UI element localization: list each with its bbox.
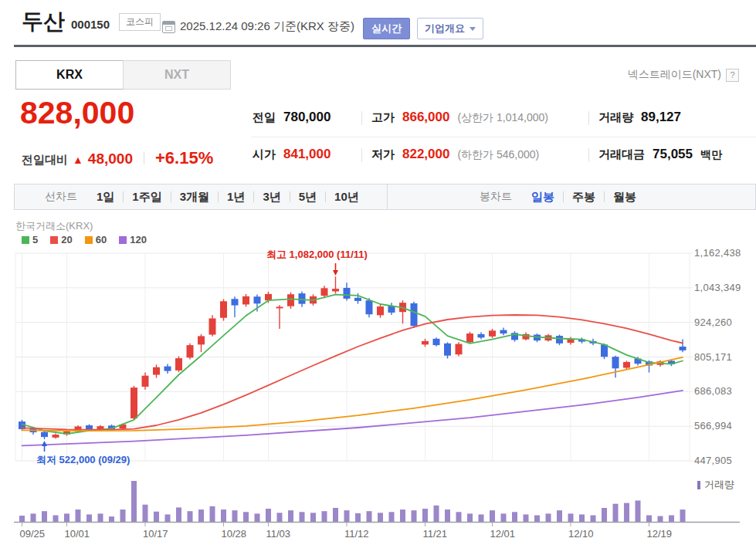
calendar-icon	[162, 21, 175, 33]
stock-detail-page: 두산 000150 코스피 2025.12.24 09:26 기준(KRX 장중…	[0, 0, 756, 555]
change-separator	[144, 152, 144, 164]
period-button-월봉[interactable]: 월봉	[604, 191, 645, 202]
candle-chart-caption: 봉차트	[480, 190, 512, 204]
period-button-1년[interactable]: 1년	[218, 191, 253, 202]
stat-low: 저가 822,000 (하한가 546,000)	[371, 147, 539, 162]
period-button-1주일[interactable]: 1주일	[123, 191, 170, 202]
help-icon[interactable]: ?	[726, 69, 739, 82]
y-axis-tick-label: 1,043,349	[694, 282, 741, 293]
change-label: 전일대비	[22, 153, 68, 168]
quote-datetime-text: 2025.12.24 09:26 기준(KRX 장중)	[180, 19, 354, 34]
x-axis-tick-label: 10/01	[65, 528, 90, 540]
chart-toolbar: 선차트 1일1주일3개월1년3년5년10년 봉차트 일봉주봉월봉	[14, 184, 756, 210]
stat-high: 고가 866,000 (상한가 1,014,000)	[371, 110, 548, 125]
y-axis-tick-label: 1,162,438	[694, 247, 741, 259]
chevron-down-icon	[470, 27, 476, 31]
period-button-3개월[interactable]: 3개월	[171, 191, 218, 202]
candlesticks	[19, 276, 687, 439]
y-axis-tick-label: 447,905	[694, 455, 732, 466]
x-axis-tick-label: 12/19	[647, 528, 673, 540]
x-axis-tick-label: 12/01	[490, 528, 516, 540]
market-badge: 코스피	[119, 13, 161, 31]
header-divider	[14, 45, 756, 47]
stats-row-1: 전일 780,000 고가 866,000 (상한가 1,014,000) 거래…	[251, 100, 756, 137]
tab-krx[interactable]: KRX	[15, 60, 124, 90]
stat-divider	[588, 148, 589, 162]
period-button-주봉[interactable]: 주봉	[563, 191, 604, 202]
stat-volume: 거래량 89,127	[598, 110, 681, 125]
x-axis-tick-label: 10/17	[143, 528, 168, 540]
price-change-row: 전일대비 ▲ 48,000 +6.15%	[22, 148, 213, 168]
nextrade-label: 넥스트레이드(NXT)	[628, 68, 721, 82]
company-overview-label: 기업개요	[425, 22, 465, 36]
change-percent: +6.15%	[155, 148, 213, 168]
stat-prev-close: 전일 780,000	[253, 110, 331, 125]
period-button-일봉[interactable]: 일봉	[523, 191, 563, 202]
candlestick-chart-canvas[interactable]	[0, 216, 756, 555]
x-axis-tick-label: 11/21	[423, 528, 448, 540]
x-axis-tick-label: 11/03	[266, 528, 291, 540]
period-button-10년[interactable]: 10년	[325, 191, 368, 202]
nextrade-info: 넥스트레이드(NXT) ?	[628, 68, 739, 82]
price-chart: 한국거래소(KRX) 5 20 60 120 1,162,4381,043,34…	[0, 216, 756, 555]
volume-legend: 거래량	[697, 478, 734, 492]
period-button-1일[interactable]: 1일	[88, 191, 123, 202]
stat-divider	[588, 111, 589, 125]
header: 두산 000150 코스피	[22, 11, 161, 32]
stat-divider	[361, 148, 362, 162]
current-price: 828,000	[20, 97, 134, 129]
high-annotation: 최고 1,082,000 (11/11)	[266, 248, 368, 262]
volume-swatch	[697, 481, 700, 489]
up-arrow-icon: ▲	[73, 154, 83, 166]
y-axis-tick-label: 566,994	[694, 420, 732, 431]
change-value: 48,000	[88, 151, 133, 168]
line-chart-periods: 선차트 1일1주일3개월1년3년5년10년	[45, 184, 368, 209]
candle-chart-periods: 봉차트 일봉주봉월봉	[480, 184, 645, 209]
y-axis-tick-label: 924,260	[694, 316, 732, 328]
y-axis-tick-label: 805,171	[694, 351, 732, 363]
y-axis-tick-label: 686,083	[694, 385, 732, 397]
tab-nxt[interactable]: NXT	[123, 60, 231, 90]
volume-bars	[19, 481, 686, 522]
line-chart-caption: 선차트	[45, 190, 77, 204]
stats-row-2: 시가 841,000 저가 822,000 (하한가 546,000) 거래대금…	[251, 137, 756, 174]
stat-divider	[361, 111, 362, 125]
x-axis-tick-label: 12/10	[568, 528, 594, 540]
toolbar-divider	[387, 184, 388, 209]
period-button-3년[interactable]: 3년	[253, 191, 289, 202]
x-axis-tick-label: 09/25	[20, 528, 46, 540]
stat-open: 시가 841,000	[253, 147, 331, 162]
company-overview-button[interactable]: 기업개요	[417, 18, 483, 39]
moving-average-lines	[22, 295, 683, 446]
quote-stats: 전일 780,000 고가 866,000 (상한가 1,014,000) 거래…	[251, 100, 756, 174]
x-axis-tick-label: 10/28	[222, 528, 247, 540]
x-axis-tick-label: 11/12	[344, 528, 369, 540]
page-title: 두산	[22, 11, 65, 32]
period-button-5년[interactable]: 5년	[290, 191, 325, 202]
stat-trading-value: 거래대금 75,055 백만	[598, 147, 722, 162]
axis-lines	[14, 523, 740, 527]
stock-code: 000150	[71, 18, 110, 31]
realtime-button[interactable]: 실시간	[363, 18, 410, 39]
low-annotation: 최저 522,000 (09/29)	[36, 453, 130, 467]
quote-datetime: 2025.12.24 09:26 기준(KRX 장중)	[162, 19, 354, 34]
